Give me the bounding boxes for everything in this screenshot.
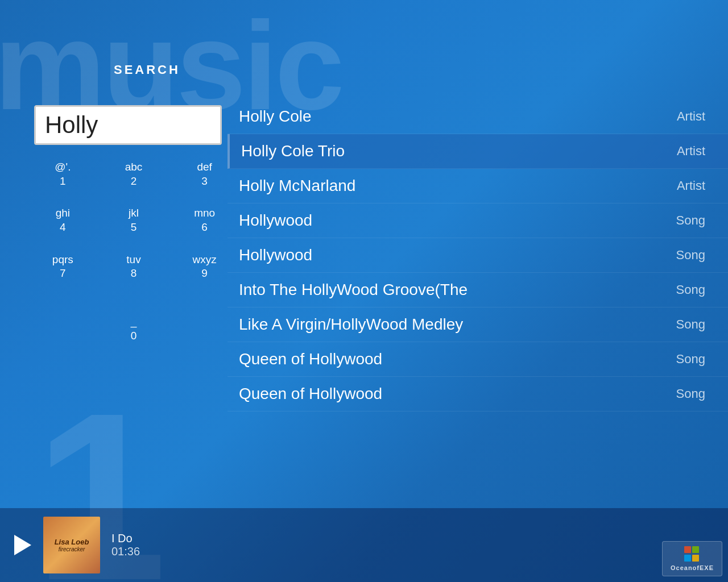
play-button[interactable] (11, 534, 34, 556)
result-type: Song (660, 386, 705, 401)
result-name: Queen of Hollywood (239, 350, 382, 368)
search-input-box[interactable] (34, 105, 222, 145)
win-q3 (684, 555, 691, 562)
now-playing-bar: Lisa Loeb firecracker I Do 01:36 (0, 508, 728, 582)
result-type: Song (660, 352, 705, 367)
key-7[interactable]: pqrs7 (28, 245, 97, 289)
key-5[interactable]: jkl5 (100, 198, 168, 242)
watermark: OceanofEXE (662, 541, 722, 576)
keyboard-grid: @'.1abc2def3ghi4jkl5mno6pqrs7tuv8wxyz9 (28, 152, 239, 289)
result-type: Artist (660, 144, 705, 159)
result-type: Song (660, 248, 705, 263)
key-4[interactable]: ghi4 (28, 198, 97, 242)
key-0[interactable]: _ 0 (126, 307, 142, 351)
album-art-title: firecracker (59, 546, 85, 552)
result-name: Holly Cole Trio (241, 142, 345, 160)
result-item[interactable]: Holly Cole Artist (228, 99, 728, 134)
results-panel: Holly Cole Artist Holly Cole Trio Artist… (228, 99, 728, 508)
result-type: Artist (660, 178, 705, 193)
result-name: Hollywood (239, 246, 312, 264)
watermark-text: OceanofEXE (671, 564, 714, 571)
result-name: Hollywood (239, 211, 312, 230)
windows-logo (684, 546, 700, 562)
search-input[interactable] (45, 111, 211, 139)
result-name: Like A Virgin/HollyWood Medley (239, 315, 463, 334)
now-playing-title: I Do (111, 532, 140, 545)
now-playing-time: 01:36 (111, 545, 140, 558)
result-name: Holly Cole (239, 107, 312, 126)
win-q1 (684, 546, 691, 553)
now-playing-info: I Do 01:36 (111, 532, 140, 558)
result-item[interactable]: Queen of Hollywood Song (228, 342, 728, 377)
result-item[interactable]: Holly McNarland Artist (228, 169, 728, 203)
result-type: Artist (660, 109, 705, 124)
win-q4 (692, 555, 699, 562)
search-label: SEARCH (114, 63, 180, 77)
result-item[interactable]: Holly Cole Trio Artist (228, 134, 728, 169)
result-name: Into The HollyWood Groove(The (239, 281, 468, 299)
result-name: Queen of Hollywood (239, 385, 382, 403)
result-type: Song (660, 213, 705, 228)
watermark-box: OceanofEXE (662, 541, 722, 576)
result-item[interactable]: Hollywood Song (228, 203, 728, 238)
result-item[interactable]: Queen of Hollywood Song (228, 377, 728, 411)
key-2[interactable]: abc2 (100, 152, 168, 196)
key-8[interactable]: tuv8 (100, 245, 168, 289)
result-name: Holly McNarland (239, 177, 355, 195)
result-item[interactable]: Into The HollyWood Groove(The Song (228, 273, 728, 307)
album-art: Lisa Loeb firecracker (43, 517, 100, 573)
result-type: Song (660, 317, 705, 332)
result-item[interactable]: Hollywood Song (228, 238, 728, 273)
result-item[interactable]: Like A Virgin/HollyWood Medley Song (228, 307, 728, 342)
album-art-artist: Lisa Loeb (55, 538, 89, 547)
result-type: Song (660, 282, 705, 297)
win-q2 (692, 546, 699, 553)
key-1[interactable]: @'.1 (28, 152, 97, 196)
play-icon (14, 535, 31, 555)
keyboard-bottom-row: _ 0 (28, 307, 239, 351)
